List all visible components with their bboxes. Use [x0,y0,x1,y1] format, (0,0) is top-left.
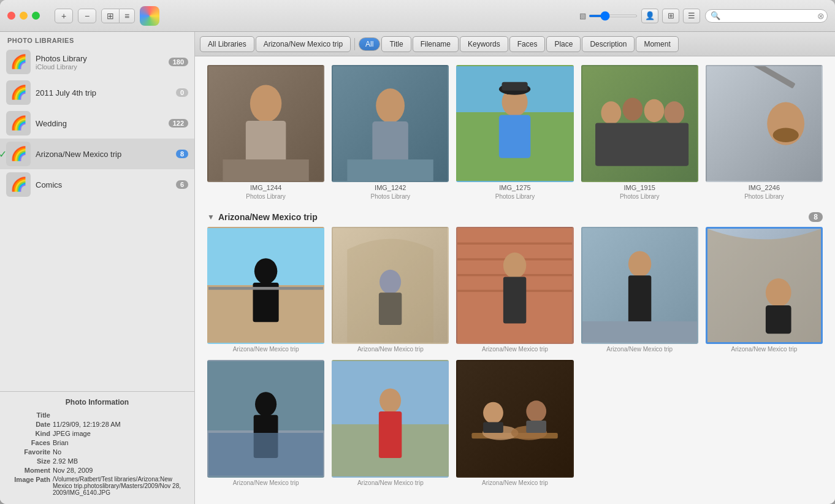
photo-thumb-az1 [207,227,324,344]
moment-filter-button[interactable]: Moment [636,36,678,52]
photos-library-label: Photos Library [36,54,164,63]
face-view-button[interactable]: 👤 [641,9,658,23]
sidebar: Photo Libraries 🌈 Photos Library iCloud … [0,32,195,504]
zoom-icon: ▧ [579,12,586,20]
photo-library-img1915: Photos Library [620,193,659,200]
grid-button[interactable]: ⊞ [662,9,679,23]
info-value-moment: Nov 28, 2009 [53,467,93,474]
july-trip-icon: 🌈 [10,85,27,101]
minimize-button[interactable] [20,12,28,20]
photo-library-az4: Arizona/New Mexico trip [606,346,673,353]
info-label-size: Size [7,457,50,465]
photo-library-az6: Arizona/New Mexico trip [233,479,299,486]
list-button[interactable]: ☰ [683,9,700,23]
svg-point-17 [772,128,798,142]
place-filter-button[interactable]: Place [546,36,581,52]
all-libraries-button[interactable]: All Libraries [200,36,254,52]
info-label-faces: Faces [7,439,50,446]
sidebar-item-july-trip[interactable]: 🌈 2011 July 4th trip 0 [0,77,194,108]
svg-rect-2 [223,159,308,181]
photo-item-az8[interactable]: Arizona/New Mexico trip [456,360,573,486]
info-row-kind: Kind JPEG image [7,430,187,437]
photo-item-az2[interactable]: Arizona/New Mexico trip [332,227,449,353]
right-panel: All Libraries Arizona/New Mexico trip Al… [195,32,835,504]
svg-rect-20 [208,287,323,290]
photo-item-img1242[interactable]: IMG_1242 Photos Library [332,65,449,200]
svg-point-11 [622,97,642,120]
arizona-section-header: ▼ Arizona/New Mexico trip 8 [207,212,823,222]
svg-point-38 [379,389,401,413]
svg-rect-31 [628,275,650,326]
search-input[interactable]: Brian [723,12,815,20]
faces-filter-button[interactable]: Faces [509,36,546,52]
svg-rect-44 [484,422,504,433]
arizona-label: Arizona/New Mexico trip [36,150,171,159]
keywords-filter-button[interactable]: Keywords [460,36,508,52]
svg-rect-37 [208,433,323,476]
sidebar-item-arizona[interactable]: ✓ 🌈 Arizona/New Mexico trip 8 [0,139,194,169]
photo-library-img1244: Photos Library [246,193,285,200]
sidebar-header: Photo Libraries [0,32,194,47]
photo-item-img1244[interactable]: IMG_1244 Photos Library [207,65,324,200]
arizona-tab-button[interactable]: Arizona/New Mexico trip [256,36,351,52]
info-value-date: 11/29/09, 12:19:28 AM [53,421,121,428]
photo-item-az4[interactable]: Arizona/New Mexico trip [581,227,698,353]
title-filter-button[interactable]: Title [381,36,411,52]
svg-rect-14 [595,123,688,166]
photo-item-img1275[interactable]: IMG_1275 Photos Library [456,65,573,200]
photo-item-az1[interactable]: Arizona/New Mexico trip [207,227,324,353]
info-value-favorite: No [53,448,61,456]
photo-item-img2246[interactable]: IMG_2246 Photos Library [706,65,823,200]
photo-library-img2246: Photos Library [744,193,784,200]
all-filter-button[interactable]: All [359,37,380,51]
list-view-button[interactable]: ≡ [120,9,135,23]
comics-count: 6 [176,180,188,189]
search-clear-button[interactable]: ⊗ [817,11,825,21]
arizona-icon: 🌈 [10,146,27,162]
filter-divider [354,38,355,50]
svg-rect-9 [499,115,530,158]
photo-item-img1915[interactable]: IMG_1915 Photos Library [581,65,698,200]
comics-thumb: 🌈 [6,172,31,197]
svg-point-12 [644,99,664,122]
view-controls: ▧ 👤 ⊞ ☰ [579,9,700,23]
zoom-slider-control: ▧ [579,12,638,20]
wedding-thumb: 🌈 [6,111,31,136]
comics-label: Comics [36,180,171,189]
sidebar-item-photos-library[interactable]: 🌈 Photos Library iCloud Library 180 [0,47,194,77]
photo-thumb-az7 [332,360,449,477]
photo-name-img1242: IMG_1242 [375,184,406,191]
photo-library-img1275: Photos Library [495,193,535,200]
photos-library-icon: 🌈 [10,54,27,70]
photo-item-az3[interactable]: Arizona/New Mexico trip [456,227,573,353]
photo-library-az2: Arizona/New Mexico trip [357,346,424,353]
maximize-button[interactable] [32,12,40,20]
sidebar-item-comics[interactable]: 🌈 Comics 6 [0,169,194,200]
close-button[interactable] [7,12,15,20]
filename-filter-button[interactable]: Filename [413,36,459,52]
photo-item-az6[interactable]: Arizona/New Mexico trip [207,360,324,486]
search-icon: 🔍 [711,11,720,20]
photo-thumb-img1275 [456,65,573,182]
photo-item-az7[interactable]: Arizona/New Mexico trip [332,360,449,486]
photos-library-sublabel: iCloud Library [36,63,164,71]
titlebar: + − ⊞ ≡ ▧ 👤 ⊞ ☰ 🔍 Brian ⊗ [0,0,835,32]
remove-button[interactable]: − [78,9,96,23]
description-filter-button[interactable]: Description [582,36,635,52]
photo-item-az5[interactable]: Arizona/New Mexico trip [706,227,823,353]
photo-library-img1242: Photos Library [371,193,410,200]
info-label-title: Title [7,411,50,419]
add-button[interactable]: + [55,9,73,23]
filter-bar: All Libraries Arizona/New Mexico trip Al… [195,32,835,56]
grid-view-button[interactable]: ⊞ [101,9,120,23]
zoom-slider[interactable] [589,15,638,17]
view-segment: ⊞ ≡ [101,9,135,23]
svg-rect-32 [582,321,697,343]
info-row-faces: Faces Brian [7,439,187,446]
info-value-imagepath: /Volumes/Ratbert/Test libraries/Arizona:… [53,476,187,496]
main-content: Photo Libraries 🌈 Photos Library iCloud … [0,32,835,504]
sidebar-item-wedding[interactable]: 🌈 Wedding 122 [0,108,194,139]
photo-library-az5: Arizona/New Mexico trip [731,346,797,353]
section-collapse-icon[interactable]: ▼ [207,213,215,221]
photo-name-img1275: IMG_1275 [499,184,530,191]
